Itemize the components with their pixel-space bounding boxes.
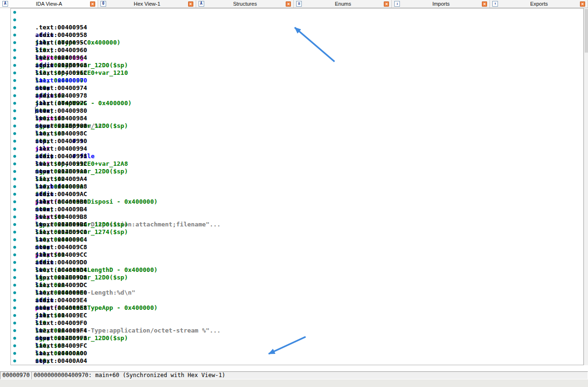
asm-line[interactable]: .text:004009E4 move $t9, $s1 [11, 281, 583, 289]
asm-line[interactable]: .text:004009D8 li $a0, 0x400000 [11, 259, 583, 266]
asm-line[interactable]: .text:00400980 lw $gp, 0x12E0+var_12D0($… [11, 92, 583, 99]
line-marker-dot [13, 102, 16, 105]
asm-line[interactable]: .text:004009B0 move $s1, $t9 [11, 183, 583, 190]
vertical-scrollbar[interactable] [584, 8, 588, 365]
tab-label: Enums [305, 0, 381, 8]
tab-close-button[interactable]: ✕ [384, 1, 389, 7]
asm-line[interactable]: .text:00400A00 nop [11, 334, 583, 342]
asm-line[interactable]: .text:0040098C nop [11, 115, 583, 122]
asm-line[interactable]: .text:00400960 lw $gp, 0x12E0+var_12D0($… [11, 31, 583, 39]
tab-label: IDA View-A [11, 0, 87, 8]
line-marker-dot [13, 306, 16, 309]
line-marker-dot [13, 314, 16, 317]
line-marker-dot [13, 337, 16, 340]
line-marker-dot [13, 193, 16, 196]
asm-line[interactable]: .text:004009BC li $a0, 0x400000 [11, 206, 583, 213]
tab-hex-view-1[interactable]: 0 Hex View-1 ✕ [98, 0, 196, 8]
asm-line[interactable]: .text:004009E0 addiu $a0, (aContentTypeA… [11, 274, 583, 281]
hex-view-icon: 0 [100, 1, 106, 7]
line-marker-dot [13, 18, 16, 21]
asm-line[interactable]: .text:00400978 jalr $t9 ; sprintf [11, 77, 583, 84]
line-marker-dot [13, 246, 16, 249]
line-marker-dot [13, 344, 16, 347]
line-marker-dot [13, 49, 16, 52]
function-ref[interactable]: fopen [35, 365, 54, 365]
tab-label: Exports [501, 0, 577, 8]
asm-line[interactable]: .text:00400964 addiu $s3, $sp, 0x12E0+va… [11, 39, 583, 46]
asm-line[interactable]: .text:0040095C li $a2, 0x20 [11, 24, 583, 31]
asm-line[interactable]: .text:004009B8 lw $a1, 0x12E0+var_1274($… [11, 198, 583, 206]
asm-line[interactable]: .text:0040099C move $a1, $s2 [11, 145, 583, 153]
asm-line[interactable]: .text:00400A0C lw $gp, 0x12E0+var_12D0($… [11, 357, 583, 365]
line-marker-dot [13, 26, 16, 29]
line-marker-dot [13, 155, 16, 158]
asm-line[interactable]: .text:004009A4 la $t9, printf [11, 160, 583, 168]
line-marker-dot [13, 170, 16, 173]
asm-line[interactable]: .text:00400974 addiu $a1, (aTmpWwwS - 0x… [11, 69, 583, 77]
tab-label: Hex View-1 [109, 0, 185, 8]
mnemonic: jalr [35, 365, 61, 365]
line-marker-dot [13, 34, 16, 36]
asm-line[interactable]: .text:00400994 addiu $a1, $sp, 0x12E0+va… [11, 130, 583, 137]
line-marker-dot [13, 238, 16, 241]
asm-line[interactable]: .text:004009F0 lw $gp, 0x12E0+var_12D0($… [11, 304, 583, 312]
scrollbar-thumb[interactable] [585, 9, 588, 53]
asm-line[interactable]: .text:00400970 move $a2, $s2 [11, 62, 583, 69]
line-marker-dot [13, 269, 16, 271]
tab-close-button[interactable]: ✕ [580, 1, 585, 7]
asm-line[interactable]: .text:00400A04 jalr $t9 ; fopen [11, 342, 583, 350]
line-marker-dot [13, 178, 16, 180]
asm-line[interactable]: .text:004009FC la $t9, fopen [11, 327, 583, 334]
line-marker-dot [13, 352, 16, 355]
asm-line[interactable]: .text:004009E8 jalr $t9 [11, 289, 583, 297]
line-marker-dot [13, 125, 16, 127]
line-marker-dot [13, 276, 16, 279]
asm-line[interactable]: .text:004009AC jalr $t9 ; printf [11, 175, 583, 183]
asm-line[interactable]: .text:00400958 jalr $t9 ; cgiFormString [11, 16, 583, 24]
tab-bar: A IDA View-A ✕ 0 Hex View-1 ✕ A Structur… [0, 0, 588, 8]
line-marker-dot [13, 79, 16, 82]
asm-line[interactable]: .text:004009C8 jalr $t9 [11, 228, 583, 236]
asm-line[interactable]: .text:004009EC li $a2, 0xA [11, 297, 583, 304]
asm-line[interactable]: .text:004009F8 li $a1, 0x400000 [11, 319, 583, 327]
line-marker-dot [13, 117, 16, 120]
tab-close-button[interactable]: ✕ [482, 1, 487, 7]
line-marker-dot [13, 11, 16, 14]
asm-line[interactable]: .text:004009CC addiu $a0, (aContentLengt… [11, 236, 583, 243]
tab-ida-view-a[interactable]: A IDA View-A ✕ [0, 0, 98, 8]
asm-line[interactable]: .text:004009C4 move $t9, $s1 [11, 221, 583, 228]
tab-close-button[interactable]: ✕ [90, 1, 95, 7]
asm-line[interactable]: .text:004009D4 li $a1, 0xA [11, 251, 583, 259]
tab-close-button[interactable]: ✕ [286, 1, 291, 7]
line-marker-dot [13, 64, 16, 67]
disassembly-view[interactable]: .text:00400954 addiu $a0, (aType - 0x400… [10, 8, 584, 365]
asm-line[interactable]: .text:004009F4 move $a0, $s3 # filename [11, 312, 583, 319]
tab-imports[interactable]: ↓ Imports ✕ [392, 0, 490, 8]
line-marker-dot [13, 147, 16, 150]
line-marker-dot [13, 360, 16, 362]
asm-line[interactable]: .text:004009DC la $t9, printf [11, 266, 583, 274]
asm-line[interactable]: .text:004009A8 addiu $a0, (aContentDispo… [11, 168, 583, 175]
asm-line[interactable]: .text:004009D0 lw $gp, 0x12E0+var_12D0($… [11, 243, 583, 251]
bottom-filler [0, 379, 588, 387]
tab-enums[interactable]: ≡ Enums ✕ [294, 0, 392, 8]
asm-line[interactable]: .text:004009A0 li $a0, 0x400000 [11, 153, 583, 160]
asm-line[interactable]: .text:00400954 addiu $a0, (aType - 0x400… [11, 9, 583, 16]
tab-exports[interactable]: ↑ Exports ✕ [490, 0, 588, 8]
line-marker-dot [13, 56, 16, 59]
tab-structures[interactable]: A Structures ✕ [196, 0, 294, 8]
status-bar: 00000970 0000000000400970: main+60 (Sync… [0, 371, 588, 379]
line-marker-dot [13, 299, 16, 302]
asm-line[interactable]: .text:0040096C la $t9, sprintf [11, 54, 583, 62]
tab-close-button[interactable]: ✕ [188, 1, 193, 7]
asm-line[interactable]: .text:00400984 move $a0, $s3 # file [11, 99, 583, 107]
asm-line[interactable]: .text:00400A08 addiu $a1, (aR - 0x400000… [11, 350, 583, 357]
asm-line[interactable]: .text:00400968 li $a1, 0x400000 [11, 46, 583, 54]
asm-line[interactable]: .text:004009C0 la $t9, printf [11, 213, 583, 221]
line-marker-dot [13, 261, 16, 264]
asm-line[interactable]: .text:00400998 lw $gp, 0x12E0+var_12D0($… [11, 137, 583, 145]
asm-line[interactable]: .text:00400990 jalr $t9 ; stat [11, 122, 583, 130]
asm-line[interactable]: .text:004009B4 lw $gp, 0x12E0+var_12D0($… [11, 190, 583, 198]
asm-line[interactable]: .text:00400988 la $t9, stat [11, 107, 583, 115]
asm-line[interactable]: .text:0040097C move $a0, $s3 # s [11, 84, 583, 92]
